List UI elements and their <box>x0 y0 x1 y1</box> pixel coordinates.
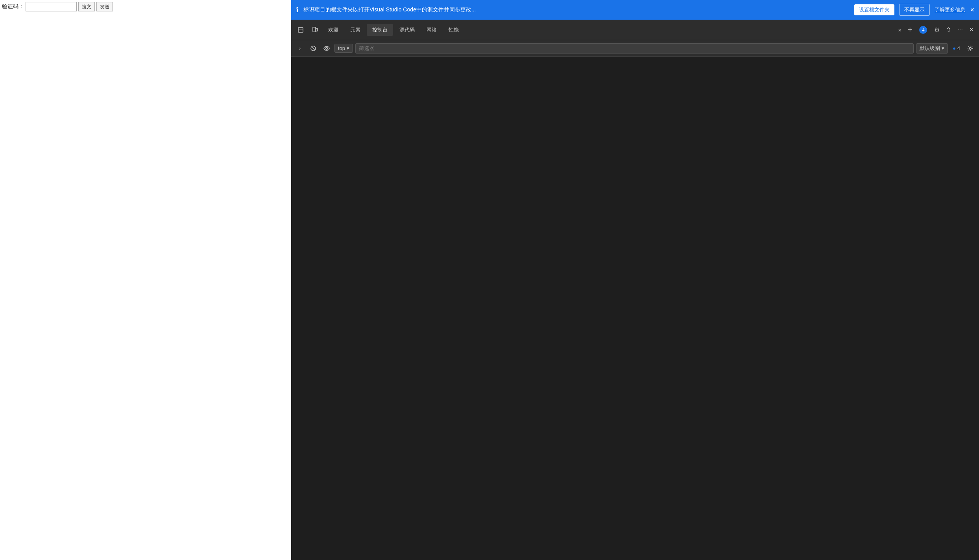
tab-network[interactable]: 网络 <box>421 24 442 36</box>
console-settings-button[interactable] <box>965 43 976 54</box>
verification-form: 验证码： 搜文 发送 <box>2 2 113 11</box>
context-arrow-icon: ▾ <box>347 45 349 51</box>
filter-input[interactable] <box>355 43 914 54</box>
svg-rect-0 <box>298 28 303 32</box>
set-root-folder-button[interactable]: 设置根文件夹 <box>854 4 894 15</box>
tab-sources[interactable]: 源代码 <box>394 24 420 36</box>
clear-console-button[interactable] <box>308 43 319 54</box>
level-label: 默认级别 <box>920 45 940 52</box>
issues-badge: 4 <box>919 26 927 34</box>
console-issues-button[interactable]: ● 4 <box>950 44 962 52</box>
svg-point-7 <box>326 47 328 49</box>
notification-bar: ℹ 标识项目的根文件夹以打开Visual Studio Code中的源文件并同步… <box>291 0 979 20</box>
more-tabs-button[interactable]: » <box>896 25 904 35</box>
send-button[interactable]: 发送 <box>96 2 113 11</box>
dont-show-again-button[interactable]: 不再显示 <box>899 4 930 16</box>
context-selector[interactable]: top ▾ <box>334 44 353 53</box>
verification-input[interactable] <box>26 2 77 11</box>
console-issues-count: 4 <box>957 45 960 51</box>
svg-point-8 <box>970 47 972 49</box>
issues-button[interactable]: 4 <box>916 24 930 35</box>
tab-welcome[interactable]: 欢迎 <box>323 24 344 36</box>
console-toolbar: › top ▾ 默认级别 ▾ ● 4 <box>291 40 979 57</box>
more-options-button[interactable]: ⋯ <box>955 25 965 35</box>
share-button[interactable]: ⇧ <box>944 24 953 35</box>
watch-expressions-button[interactable] <box>321 43 332 54</box>
verification-label: 验证码： <box>2 3 24 10</box>
new-tab-button[interactable]: + <box>905 24 915 36</box>
settings-button[interactable]: ⚙ <box>932 24 942 35</box>
tab-console[interactable]: 控制台 <box>367 24 393 36</box>
context-label: top <box>338 45 345 51</box>
learn-more-button[interactable]: 了解更多信息 <box>935 6 965 13</box>
notification-close-button[interactable]: × <box>970 6 974 14</box>
svg-rect-3 <box>316 28 318 31</box>
devtools-panel: ℹ 标识项目的根文件夹以打开Visual Studio Code中的源文件并同步… <box>291 0 979 560</box>
toolbar-right-actions: » + 4 ⚙ ⇧ ⋯ × <box>896 24 976 36</box>
level-arrow-icon: ▾ <box>942 45 944 51</box>
svg-point-6 <box>324 46 329 50</box>
svg-rect-2 <box>313 27 316 32</box>
search-button[interactable]: 搜文 <box>78 2 95 11</box>
notification-text: 标识项目的根文件夹以打开Visual Studio Code中的源文件并同步更改… <box>303 6 850 13</box>
issues-dot-icon: ● <box>953 45 956 51</box>
inspect-element-button[interactable] <box>294 24 307 36</box>
info-icon: ℹ <box>296 6 299 14</box>
close-devtools-button[interactable]: × <box>967 24 976 35</box>
svg-line-5 <box>312 47 315 50</box>
devtools-toolbar: 欢迎 元素 控制台 源代码 网络 性能 » + 4 ⚙ ⇧ ⋯ × <box>291 20 979 40</box>
log-level-selector[interactable]: 默认级别 ▾ <box>916 43 948 54</box>
console-content <box>291 57 979 560</box>
console-expand-button[interactable]: › <box>294 43 305 54</box>
tab-performance[interactable]: 性能 <box>443 24 464 36</box>
tab-elements[interactable]: 元素 <box>345 24 366 36</box>
tab-navigation: 欢迎 元素 控制台 源代码 网络 性能 <box>323 24 894 36</box>
device-toolbar-button[interactable] <box>308 24 321 36</box>
page-area: 验证码： 搜文 发送 <box>0 0 291 560</box>
